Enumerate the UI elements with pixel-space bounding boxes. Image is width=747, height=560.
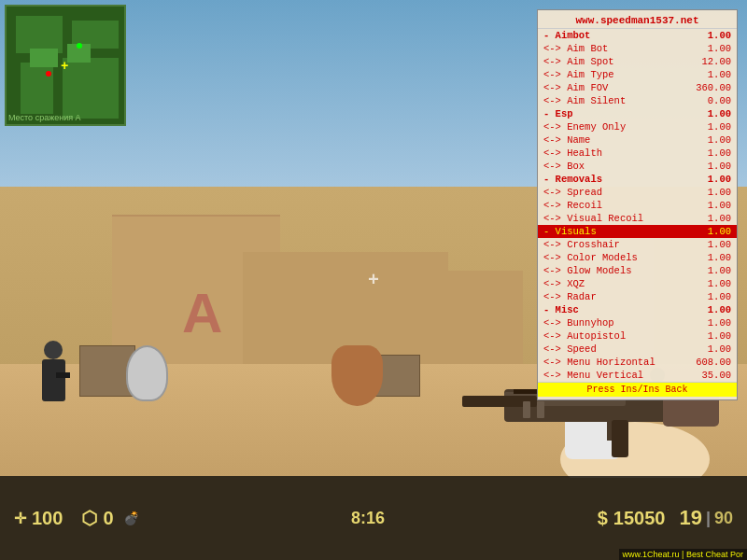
svg-rect-5: [30, 49, 58, 67]
svg-rect-21: [537, 401, 544, 418]
cheat-row-value: 1.00: [694, 317, 731, 329]
ammo-reserve: 90: [714, 509, 733, 528]
watermark: www.1Cheat.ru | Best Cheat Por: [619, 549, 747, 560]
cheat-row-value: 1.00: [694, 304, 731, 315]
cheat-menu-row: <-> Spread1.00: [538, 186, 737, 199]
cheat-menu-row: <-> Aim FOV360.00: [538, 81, 737, 94]
cheat-menu-row: <-> Aim Type1.00: [538, 68, 737, 81]
cheat-menu-row: <-> Name1.00: [538, 133, 737, 147]
svg-text:+: +: [61, 59, 68, 74]
cheat-row-value: 608.00: [694, 357, 731, 368]
cheat-row-value: 1.00: [694, 108, 731, 119]
player-body: [42, 359, 65, 401]
cheat-row-value: 1.00: [694, 291, 731, 302]
cheat-menu-row: <-> Crosshair1.00: [538, 238, 737, 251]
cheat-row-label: <-> Menu Vertical: [543, 370, 694, 381]
cheat-row-label: <-> Glow Models: [543, 265, 694, 276]
cheat-menu-row: <-> Menu Vertical35.00: [538, 369, 737, 382]
cheat-menu-row: <-> Speed1.00: [538, 343, 737, 356]
cheat-row-label: <-> Radar: [543, 291, 694, 302]
cheat-row-label: <-> Aim Bot: [543, 43, 694, 54]
money-icon: $: [598, 508, 608, 529]
svg-rect-4: [63, 58, 119, 119]
cheat-row-value: 1.00: [694, 265, 731, 276]
cheat-menu-row: <-> Health1.00: [538, 147, 737, 160]
cheat-menu-row: <-> Bunnyhop1.00: [538, 316, 737, 329]
cheat-row-value: 1.00: [694, 43, 731, 54]
hud-health: ✛ 100: [14, 508, 63, 529]
cheat-row-label: <-> Recoil: [543, 200, 694, 211]
bomb-icon: 💣: [123, 511, 139, 525]
health-icon: ✛: [14, 510, 26, 527]
cheat-menu-row: <-> Aim Bot1.00: [538, 42, 737, 55]
svg-rect-3: [21, 63, 53, 114]
game-viewport: A + + Место сражения А: [0, 0, 747, 560]
cheat-row-label: <-> Menu Horizontal: [543, 357, 694, 368]
cheat-row-label: <-> Aim Silent: [543, 95, 694, 106]
cheat-menu-row: <-> Menu Horizontal608.00: [538, 356, 737, 369]
cheat-row-value: 1.00: [694, 187, 731, 198]
cheat-row-label: <-> Autopistol: [543, 330, 694, 342]
cheat-row-value: 1.00: [694, 174, 731, 185]
cheat-row-label: <-> Enemy Only: [543, 121, 694, 133]
hud-bomb: 💣: [123, 511, 139, 525]
cheat-menu-row: <-> Radar1.00: [538, 290, 737, 303]
cheat-menu-row: - Aimbot1.00: [538, 29, 737, 42]
cheat-menu-title: www.speedman1537.net: [538, 13, 737, 29]
cheat-menu-row: <-> Aim Spot12.00: [538, 55, 737, 68]
minimap: + Место сражения А: [5, 5, 126, 126]
cheat-row-label: - Aimbot: [543, 30, 694, 41]
cheat-row-value: 1.00: [694, 213, 731, 224]
cheat-row-label: <-> Color Models: [543, 252, 694, 263]
player-weapon: [56, 372, 70, 378]
cheat-row-label: <-> Box: [543, 161, 694, 172]
cheat-row-value: 1.00: [694, 252, 731, 263]
cheat-menu-row: - Removals1.00: [538, 173, 737, 186]
player-character: [37, 336, 70, 401]
svg-rect-1: [16, 16, 63, 53]
cheat-row-value: 1.00: [694, 69, 731, 80]
svg-rect-18: [612, 420, 628, 457]
cheat-row-label: - Removals: [543, 174, 694, 185]
cheat-row-label: <-> Spread: [543, 187, 694, 198]
cheat-menu-row: <-> Color Models1.00: [538, 251, 737, 264]
cheat-row-value: 1.00: [694, 134, 731, 146]
cheat-row-label: <-> Aim Spot: [543, 56, 694, 67]
cheat-row-value: 35.00: [694, 370, 731, 381]
cheat-row-label: <-> Visual Recoil: [543, 213, 694, 224]
barrel: [126, 345, 168, 401]
svg-rect-20: [523, 401, 530, 418]
cheat-row-value: 1.00: [694, 278, 731, 289]
cheat-menu-row: <-> Box1.00: [538, 160, 737, 173]
cheat-menu-row: <-> Recoil1.00: [538, 199, 737, 212]
cheat-menu-row: - Misc1.00: [538, 303, 737, 316]
cheat-row-label: - Visuals: [543, 226, 694, 237]
cheat-menu-footer: Press Ins/Ins Back: [538, 382, 737, 397]
cheat-row-value: 360.00: [694, 82, 731, 93]
cheat-menu-row: <-> Enemy Only1.00: [538, 120, 737, 133]
cheat-row-label: <-> XQZ: [543, 278, 694, 289]
hud-armor: ⬡ 0: [81, 507, 113, 529]
cheat-row-label: <-> Crosshair: [543, 239, 694, 250]
cheat-row-value: 1.00: [694, 200, 731, 211]
minimap-label: Место сражения А: [8, 113, 81, 122]
cheat-menu-row: <-> Autopistol1.00: [538, 329, 737, 343]
health-value: 100: [32, 508, 63, 529]
player-head: [44, 341, 63, 359]
map-label-a: A: [182, 281, 222, 345]
cheat-menu-row: <-> Visual Recoil1.00: [538, 212, 737, 225]
cheat-row-value: 1.00: [694, 343, 731, 355]
cheat-menu-row: - Visuals1.00: [538, 225, 737, 238]
cheat-menu-row: - Esp1.00: [538, 107, 737, 120]
ammo-divider: |: [706, 509, 711, 528]
cheat-row-value: 1.00: [694, 30, 731, 41]
cheat-row-label: <-> Bunnyhop: [543, 317, 694, 329]
cheat-row-value: 1.00: [694, 147, 731, 159]
cheat-row-value: 1.00: [694, 239, 731, 250]
pot: [331, 345, 383, 406]
ammo-current: 19: [679, 506, 701, 530]
cheat-menu-row: <-> Glow Models1.00: [538, 264, 737, 277]
cheat-row-value: 1.00: [694, 226, 731, 237]
svg-point-8: [46, 71, 51, 77]
cheat-menu-row: <-> XQZ1.00: [538, 277, 737, 290]
